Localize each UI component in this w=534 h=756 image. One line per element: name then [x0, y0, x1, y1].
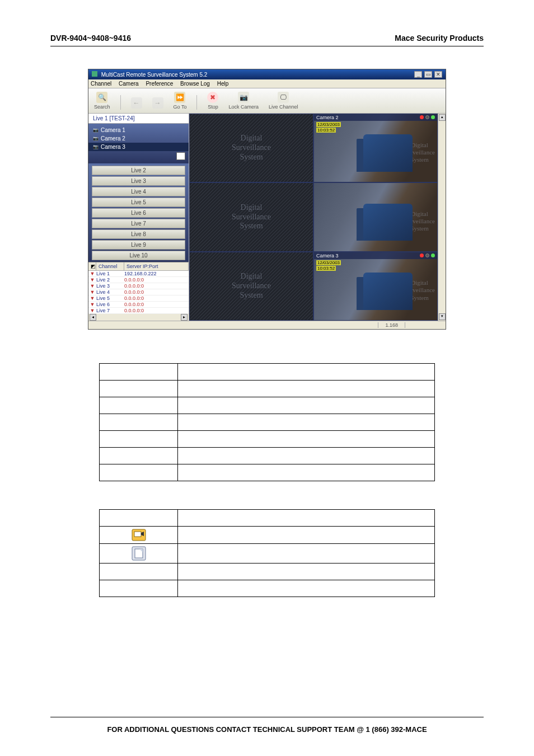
cell [100, 414, 178, 431]
video-area: Digital Surveillance System Camera 2 12/… [189, 114, 438, 321]
date-stamp: 12/03/2003 [316, 260, 341, 265]
cell [178, 510, 435, 527]
video-cell-5[interactable]: Digital Surveillance System [189, 252, 313, 321]
live-item[interactable]: Live 4 [92, 187, 185, 196]
tree-camera-2[interactable]: Camera 2 [88, 134, 189, 143]
h-scrollbar[interactable]: ◂▸ [88, 314, 189, 321]
camera-app-icon [132, 529, 146, 541]
table-row[interactable]: ▼Live 30.0.0.0:0 [88, 283, 189, 289]
tree-expand-button[interactable]: ▾ [88, 151, 189, 161]
header-right: Mace Security Products [395, 34, 484, 43]
live-item[interactable]: Live 10 [92, 251, 185, 260]
video-cell-6[interactable]: Camera 3 12/03/2003 10:03:52 Digital Sur… [313, 252, 438, 321]
toolbar-separator [196, 95, 197, 110]
document-icon [132, 546, 146, 561]
cell [178, 580, 435, 597]
title-left: MultiCast Remote Surveillance System 5.2 [92, 71, 207, 78]
status-value: 1.168 [378, 322, 405, 328]
table-row[interactable]: ▼Live 20.0.0.0:0 [88, 277, 189, 283]
table-row [100, 564, 435, 580]
video-cell-1[interactable]: Digital Surveillance System [189, 114, 313, 182]
stop-button[interactable]: ✖ Stop [207, 92, 218, 110]
table-row [100, 397, 435, 414]
menu-camera[interactable]: Camera [119, 81, 139, 87]
arrow-left-icon: ← [131, 97, 142, 109]
toolbar: 🔍 Search ← → ⏩ Go To ✖ Stop 📷 Lock Camer… [88, 88, 446, 114]
time-stamp: 10:03:52 [316, 128, 336, 133]
live-item[interactable]: Live 6 [92, 208, 185, 218]
v-scrollbar[interactable]: ▴ ▾ [438, 114, 446, 321]
menu-preference[interactable]: Preference [146, 81, 173, 87]
app-icon [92, 71, 97, 77]
minimize-button[interactable]: _ [414, 71, 422, 78]
titlebar: MultiCast Remote Surveillance System 5.2… [88, 69, 446, 79]
live-item[interactable]: Live 2 [92, 166, 185, 175]
camera-name: Camera 2 [316, 115, 339, 120]
cell [100, 397, 178, 414]
table-row[interactable]: ▼Live 60.0.0.0:0 [88, 302, 189, 308]
camera-name: Camera 3 [316, 253, 339, 259]
camera-tree: Camera 1 Camera 2 Camera 3 ▾ [88, 124, 189, 163]
icon-cell [100, 544, 178, 564]
cell [100, 448, 178, 464]
camera-icon: 📷 [238, 92, 249, 103]
icon-cell [100, 527, 178, 544]
statusbar: 1.168 [88, 321, 446, 329]
data-table-1 [99, 363, 435, 481]
table-row[interactable]: ▼Live 1192.168.0.222 [88, 271, 189, 277]
channel-header: ◩ Channel Server IP:Port [88, 262, 189, 271]
live-item[interactable]: Live 7 [92, 219, 185, 228]
tab-live1[interactable]: Live 1 [TEST-24] [88, 114, 189, 124]
watermark: Digital Surveillance System [404, 142, 435, 164]
cell [178, 448, 435, 464]
data-table-2 [99, 509, 435, 597]
cell [178, 414, 435, 431]
cell [100, 431, 178, 448]
table-row [100, 464, 435, 481]
watermark: Digital Surveillance System [404, 210, 435, 233]
scroll-up-icon[interactable]: ▴ [439, 114, 446, 121]
search-icon: 🔍 [96, 92, 107, 103]
menu-browselog[interactable]: Browse Log [180, 81, 210, 87]
screen-icon: 🖵 [278, 92, 289, 103]
page-footer: FOR ADDITIONAL QUESTIONS CONTACT TECHNIC… [50, 717, 484, 734]
col-channel[interactable]: Channel [96, 262, 124, 270]
video-cell-4[interactable]: Digital Surveillance System [313, 182, 438, 251]
live-item[interactable]: Live 8 [92, 229, 185, 239]
tree-camera-3[interactable]: Camera 3 [88, 143, 189, 151]
cell [100, 364, 178, 381]
video-cell-2[interactable]: Camera 2 12/03/2003 10:03:52 Digital Sur… [313, 114, 438, 182]
forward-button[interactable]: → [152, 97, 163, 110]
menu-channel[interactable]: Channel [91, 81, 111, 87]
search-button[interactable]: 🔍 Search [94, 92, 110, 110]
menubar: Channel Camera Preference Browse Log Hel… [88, 79, 446, 88]
video-cell-3[interactable]: Digital Surveillance System [189, 182, 313, 251]
lock-camera-button[interactable]: 📷 Lock Camera [228, 92, 259, 110]
cell [178, 464, 435, 481]
back-button[interactable]: ← [131, 97, 142, 110]
col-icon[interactable]: ◩ [88, 262, 96, 270]
header-left: DVR-9404~9408~9416 [50, 34, 131, 43]
table-row[interactable]: ▼Live 50.0.0.0:0 [88, 295, 189, 302]
tree-camera-1[interactable]: Camera 1 [88, 126, 189, 134]
table-row[interactable]: ▼Live 70.0.0.0:0 [88, 308, 189, 314]
live-item[interactable]: Live 9 [92, 240, 185, 250]
table-row [100, 431, 435, 448]
cell [178, 431, 435, 448]
menu-help[interactable]: Help [217, 81, 229, 87]
table-row[interactable]: ▼Live 40.0.0.0:0 [88, 289, 189, 295]
close-button[interactable]: ✕ [434, 71, 442, 78]
goto-button[interactable]: ⏩ Go To [174, 92, 187, 110]
col-server[interactable]: Server IP:Port [124, 262, 189, 270]
live-item[interactable]: Live 3 [92, 176, 185, 186]
live-channel-button[interactable]: 🖵 Live Channel [269, 92, 298, 110]
cell [178, 381, 435, 397]
record-dot-icon [420, 253, 424, 257]
time-stamp: 10:03:52 [316, 266, 336, 271]
maximize-button[interactable]: ▭ [424, 71, 432, 78]
live-item[interactable]: Live 5 [92, 198, 185, 207]
watermark: Digital Surveillance System [232, 203, 271, 231]
table-row [100, 414, 435, 431]
scroll-down-icon[interactable]: ▾ [439, 313, 446, 320]
cell [178, 397, 435, 414]
